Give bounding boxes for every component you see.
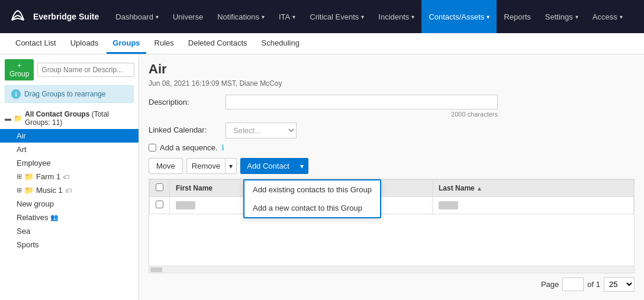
sidebar-item-farm[interactable]: ⊞ 📁 Farm 1 🏷 xyxy=(0,170,139,183)
add-contact-button[interactable]: Add Contact xyxy=(240,158,296,174)
tree-expand-icon[interactable]: ⊞ xyxy=(17,173,22,180)
remove-caret-button[interactable]: ▾ xyxy=(226,158,237,174)
drag-groups-notice: i Drag Groups to rearrange xyxy=(5,85,134,103)
info-icon: i xyxy=(11,89,21,99)
nav-item-universe[interactable]: Universe xyxy=(166,0,210,33)
char-count: 2000 characters xyxy=(226,111,498,118)
linked-calendar-select[interactable]: Select... xyxy=(226,122,297,138)
sidebar-item-art[interactable]: Art xyxy=(0,143,139,156)
chevron-down-icon: ▾ xyxy=(487,14,490,20)
select-all-checkbox[interactable] xyxy=(156,183,163,191)
nav-item-contacts-assets[interactable]: Contacts/Assets ▾ xyxy=(421,0,497,33)
subnav-scheduling[interactable]: Scheduling xyxy=(256,33,305,54)
td-checkbox xyxy=(150,197,170,214)
th-checkbox xyxy=(150,180,170,197)
nav-item-dashboard[interactable]: Dashboard ▾ xyxy=(108,0,166,33)
remove-split-button: Remove ▾ xyxy=(186,158,237,174)
chevron-down-icon: ▾ xyxy=(156,14,159,20)
scroll-thumb[interactable] xyxy=(150,267,162,272)
description-row: Description: 2000 characters xyxy=(149,95,635,118)
sidebar-item-music[interactable]: ⊞ 📁 Music 1 🏷 xyxy=(0,183,139,197)
svg-point-0 xyxy=(7,6,28,27)
th-lastname: Last Name ▲ xyxy=(433,180,634,197)
folder-icon: 📁 xyxy=(24,172,34,181)
page-label: Page xyxy=(541,280,559,289)
sidebar-toolbar: + Group 🔍 xyxy=(0,54,139,85)
sidebar: + Group 🔍 i Drag Groups to rearrange ▬ 📁… xyxy=(0,54,139,300)
sidebar-item-employee[interactable]: Employee xyxy=(0,156,139,170)
horizontal-scrollbar[interactable] xyxy=(149,266,635,273)
brand-name: Everbridge Suite xyxy=(33,12,99,21)
td-lastname xyxy=(433,197,634,214)
right-panel: Air Jun 08, 2021 16:19:09 MST, Diane McC… xyxy=(139,54,644,300)
chevron-down-icon: ▾ xyxy=(361,14,364,20)
tree-root-all-groups[interactable]: ▬ 📁 All Contact Groups (Total Groups: 11… xyxy=(0,108,139,129)
dropdown-item-new[interactable]: Add a new contact to this Group xyxy=(244,199,380,217)
nav-item-ita[interactable]: ITA ▾ xyxy=(272,0,302,33)
pagination-row: Page 1 of 1 25 50 100 xyxy=(149,273,635,293)
sidebar-item-sports[interactable]: Sports xyxy=(0,238,139,251)
main-content: + Group 🔍 i Drag Groups to rearrange ▬ 📁… xyxy=(0,54,644,300)
chevron-down-icon: ▾ xyxy=(411,14,414,20)
group-title: Air xyxy=(149,62,635,77)
subnav-rules[interactable]: Rules xyxy=(149,33,180,54)
move-button[interactable]: Move xyxy=(149,158,183,174)
add-group-button[interactable]: + Group xyxy=(5,59,34,80)
add-contact-caret-button[interactable]: ▾ xyxy=(296,158,308,174)
description-label: Description: xyxy=(149,95,220,107)
blurred-lastname xyxy=(439,201,458,209)
tree-expand-icon[interactable]: ⊞ xyxy=(17,186,22,194)
nav-item-settings[interactable]: Settings ▾ xyxy=(538,0,585,33)
group-tree: ▬ 📁 All Contact Groups (Total Groups: 11… xyxy=(0,105,139,300)
nav-items: Dashboard ▾ Universe Notifications ▾ ITA… xyxy=(108,0,629,33)
nav-item-notifications[interactable]: Notifications ▾ xyxy=(210,0,272,33)
page-input[interactable]: 1 xyxy=(562,278,584,291)
dropdown-item-existing[interactable]: Add existing contacts to this Group xyxy=(244,180,380,199)
sequence-checkbox[interactable] xyxy=(149,144,156,151)
nav-item-access[interactable]: Access ▾ xyxy=(585,0,630,33)
description-field-wrapper: 2000 characters xyxy=(226,95,498,118)
logo-area: Everbridge Suite xyxy=(7,6,99,27)
subnav-uploads[interactable]: Uploads xyxy=(65,33,105,54)
group-meta: Jun 08, 2021 16:19:09 MST, Diane McCoy xyxy=(149,79,635,88)
row-checkbox[interactable] xyxy=(156,201,163,208)
sequence-label: Add a sequence. xyxy=(160,143,218,152)
sequence-row: Add a sequence. ℹ xyxy=(149,143,635,152)
linked-calendar-label: Linked Calendar: xyxy=(149,122,220,134)
subnav-groups[interactable]: Groups xyxy=(107,33,146,54)
remove-button[interactable]: Remove xyxy=(186,158,226,174)
sequence-info-icon: ℹ xyxy=(221,143,224,152)
chevron-down-icon: ▾ xyxy=(620,14,623,20)
sidebar-item-sea[interactable]: Sea xyxy=(0,224,139,238)
sidebar-item-air[interactable]: Air xyxy=(0,129,139,143)
sidebar-item-new-group[interactable]: New group xyxy=(0,197,139,211)
add-contact-dropdown: Add existing contacts to this Group Add … xyxy=(243,179,381,218)
nav-item-reports[interactable]: Reports xyxy=(497,0,538,33)
subnav-deleted-contacts[interactable]: Deleted Contacts xyxy=(182,33,253,54)
chevron-down-icon: ▾ xyxy=(262,14,265,20)
sidebar-item-relatives[interactable]: Relatives 👥 xyxy=(0,211,139,224)
everbridge-logo-icon xyxy=(7,6,28,27)
tree-collapse-icon[interactable]: ▬ xyxy=(5,115,11,122)
chevron-down-icon: ▾ xyxy=(292,14,295,20)
search-group-input[interactable] xyxy=(37,63,134,77)
subnav-contact-list[interactable]: Contact List xyxy=(9,33,62,54)
of-label: of 1 xyxy=(587,280,600,289)
contacts-table: First Name M.I. Last Name ▲ xyxy=(149,179,634,214)
description-input[interactable] xyxy=(226,95,498,109)
contacts-table-container: First Name M.I. Last Name ▲ xyxy=(149,179,635,266)
nav-item-incidents[interactable]: Incidents ▾ xyxy=(371,0,421,33)
linked-calendar-row: Linked Calendar: Select... xyxy=(149,122,635,138)
folder-icon: 📁 xyxy=(24,186,34,195)
chevron-down-icon: ▾ xyxy=(575,14,578,20)
action-toolbar: Move Remove ▾ Add Contact ▾ Add existing… xyxy=(149,158,635,174)
blurred-firstname xyxy=(176,201,195,209)
nav-item-critical-events[interactable]: Critical Events ▾ xyxy=(302,0,371,33)
table-row xyxy=(150,197,634,214)
per-page-select[interactable]: 25 50 100 xyxy=(604,277,635,292)
tree-root-label: All Contact Groups (Total Groups: 11) xyxy=(25,110,134,127)
sort-icon: ▲ xyxy=(476,185,482,192)
top-navbar: Everbridge Suite Dashboard ▾ Universe No… xyxy=(0,0,644,33)
add-contact-split-button: Add Contact ▾ xyxy=(240,158,308,174)
folder-icon: 📁 xyxy=(14,114,22,122)
